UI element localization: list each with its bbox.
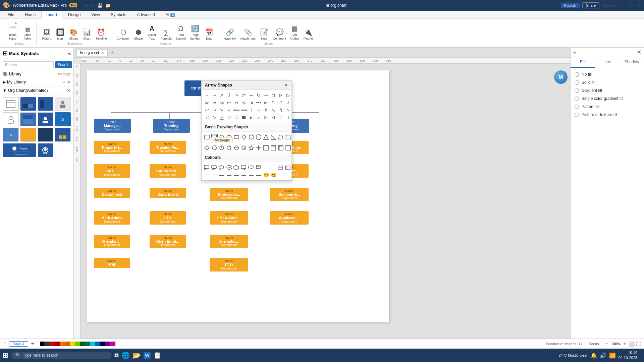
maximize-btn[interactable]: □	[630, 3, 634, 8]
arrow-shape-48[interactable]: ⤵	[285, 114, 291, 121]
arrow-shape-32[interactable]: ↔	[255, 107, 262, 113]
shape-thumb-2[interactable]	[20, 97, 36, 111]
basic-ellipse[interactable]	[226, 134, 232, 140]
minimize-btn[interactable]: —	[621, 3, 627, 8]
shape-thumb-3[interactable]	[38, 97, 54, 111]
callout-18[interactable]: —	[240, 172, 247, 178]
org-dept1[interactable]: Name Department	[94, 188, 130, 198]
shape-thumb-4[interactable]	[55, 97, 71, 111]
ribbon-btn-font-symbol[interactable]: Ω FontSymbol	[174, 24, 187, 41]
arrow-shape-9[interactable]: ⤻	[263, 92, 269, 99]
ribbon-btn-comment[interactable]: 💬 Comment	[272, 27, 287, 41]
org-close-icon[interactable]: ✕	[67, 88, 71, 93]
focus-label[interactable]: Focus	[589, 342, 599, 346]
ribbon-btn-picture[interactable]: 🖼 Picture	[41, 28, 53, 41]
fill-radio-single-gradient[interactable]	[575, 97, 579, 101]
sidebar-org-chart[interactable]: ▼ Org Chart(Automated) ✕	[0, 86, 73, 95]
arrow-shape-44[interactable]: ▹	[255, 114, 262, 121]
ribbon-btn-hyperlink[interactable]: 🔗 Hyperlink	[222, 27, 238, 41]
right-tab-line[interactable]: Line	[595, 57, 620, 68]
basic-trapezoid[interactable]	[285, 134, 291, 140]
save-btn[interactable]: 💾	[97, 3, 103, 8]
ribbon-btn-formula[interactable]: ∑ Formula	[159, 28, 173, 41]
arrow-shape-35[interactable]: ↰	[277, 107, 284, 113]
shape-thumb-7[interactable]	[38, 112, 54, 126]
ribbon-btn-date[interactable]: 📅 Date	[203, 27, 215, 41]
org-cal[interactable]: Name Cal Li... Department	[94, 164, 130, 178]
color-purple[interactable]	[105, 342, 110, 346]
fit-page-btn[interactable]: ⬜	[629, 341, 635, 347]
arrow-shape-13[interactable]: ⇛	[204, 99, 210, 106]
canvas[interactable]: Name tor of Human Resources Department	[80, 64, 570, 339]
arrow-shape-36[interactable]: ↖	[285, 107, 291, 113]
callout-14[interactable]	[211, 172, 218, 178]
arrow-shape-39[interactable]: △	[218, 114, 225, 121]
color-orange[interactable]	[60, 342, 65, 346]
ribbon-btn-note[interactable]: 📝 Note	[258, 27, 270, 41]
fullscreen-btn[interactable]: ⛶	[636, 341, 641, 347]
color-red[interactable]	[50, 342, 55, 346]
org-l2-manage[interactable]: Name Manage... Department	[94, 119, 131, 133]
page-tab-1[interactable]: Page-1	[9, 341, 28, 347]
arrow-shape-23[interactable]: ↱	[277, 99, 284, 106]
color-blue[interactable]	[95, 342, 100, 346]
add-icon[interactable]: +	[63, 79, 65, 85]
ribbon-btn-blank-page[interactable]: 📄 BlankPage	[5, 21, 20, 41]
org-applicant2[interactable]: Name Applicant ... Department	[270, 211, 309, 225]
ribbon-btn-timeline[interactable]: ⏰ Timeline	[94, 27, 108, 41]
fill-option-no-fill[interactable]: No fill	[575, 72, 640, 77]
network-icon[interactable]: 📶	[609, 352, 616, 359]
tab-design[interactable]: Design	[63, 11, 86, 18]
arrow-shape-20[interactable]: •••	[255, 99, 262, 106]
arrow-shape-24[interactable]: ⤸	[285, 99, 291, 106]
shape-thumb-8[interactable]: A	[55, 112, 71, 126]
tab-home[interactable]: Home	[20, 11, 41, 18]
basic-diamond[interactable]	[240, 134, 247, 140]
callout-17[interactable]: —	[233, 172, 240, 178]
basic-rect-solid[interactable]	[211, 134, 218, 140]
color-lime[interactable]	[75, 342, 80, 346]
org-dept2[interactable]: Name Department	[150, 188, 186, 198]
fill-option-gradient[interactable]: Gradient fill	[575, 88, 640, 93]
arrow-shape-42[interactable]: ⬢	[240, 114, 247, 121]
arrow-shape-15[interactable]: ↝	[218, 99, 225, 106]
ribbon-btn-clipart[interactable]: 🎨 Clipart	[67, 27, 79, 41]
shape-thumb-12[interactable]	[55, 128, 71, 142]
start-btn[interactable]: ⊞	[3, 351, 8, 359]
share-btn[interactable]: Share	[582, 2, 599, 8]
callout-15[interactable]: —	[218, 172, 225, 178]
callout-4[interactable]: 💬	[226, 164, 232, 171]
arrow-shape-19[interactable]: ◂	[248, 99, 255, 106]
ribbon-btn-plugin[interactable]: 🔌 Plug-in	[302, 27, 314, 41]
tab-symbols[interactable]: Symbols	[106, 11, 131, 18]
remove-icon[interactable]: ✕	[67, 79, 71, 85]
right-tab-shadow[interactable]: Shadow	[620, 57, 644, 68]
basic-rect-outline[interactable]	[204, 134, 210, 140]
bs-3[interactable]	[218, 144, 225, 151]
ribbon-btn-container[interactable]: ⬡ Container	[115, 27, 131, 41]
arrow-shape-3[interactable]: ↗	[218, 92, 225, 99]
fill-radio-pattern[interactable]	[575, 105, 579, 109]
publish-btn[interactable]: Publish	[561, 3, 580, 8]
basic-parallelogram[interactable]	[277, 134, 284, 140]
shape-thumb-14[interactable]	[38, 143, 54, 157]
callout-2[interactable]	[211, 164, 218, 171]
arrow-shape-38[interactable]: ▷	[211, 114, 218, 121]
arrow-shape-37[interactable]: ◁	[204, 114, 210, 121]
basic-triangle[interactable]	[263, 134, 269, 140]
arrow-shape-11[interactable]: ⊳	[277, 92, 284, 99]
callout-12[interactable]	[285, 164, 291, 171]
callout-5[interactable]	[233, 164, 240, 171]
browser-btn[interactable]: 🌐	[121, 351, 130, 359]
org-hris[interactable]: Name HRIS	[94, 258, 130, 268]
color-cyan[interactable]	[90, 342, 95, 346]
taskbar-search-input[interactable]	[23, 353, 90, 358]
bs-4[interactable]	[226, 144, 232, 151]
arrow-shape-2[interactable]: ⇒	[211, 92, 218, 99]
basic-octagon[interactable]	[255, 134, 262, 140]
callout-11[interactable]	[277, 164, 284, 171]
org-open-enrol[interactable]: Name Open Enrol... Department	[150, 235, 186, 248]
arrow-shape-27[interactable]: ⤷	[218, 107, 225, 113]
shape-thumb-13[interactable]: NameDepartment	[3, 143, 36, 157]
fill-radio-picture[interactable]	[575, 113, 579, 117]
